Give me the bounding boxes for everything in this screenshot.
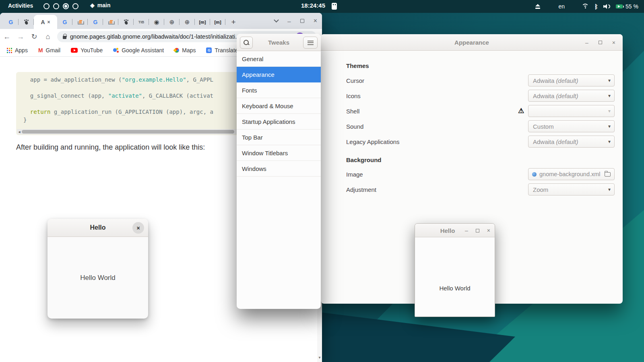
sidebar-item-keyboard-mouse[interactable]: Keyboard & Mouse	[237, 98, 321, 114]
tab-matrix[interactable]: [m]	[210, 15, 225, 29]
minimize-button[interactable]: –	[585, 39, 588, 46]
tab-google[interactable]: G	[3, 15, 19, 29]
google-favicon: G	[93, 19, 98, 25]
minimize-button[interactable]: –	[287, 18, 291, 25]
tab-shutter[interactable]: ◉	[149, 15, 164, 29]
image-label: Image	[346, 171, 363, 178]
code-text: g_signal_connect (app,	[23, 93, 108, 99]
new-tab-button[interactable]: +	[228, 15, 239, 29]
chevron-down-icon: ▾	[608, 187, 611, 192]
tab-globe[interactable]: ⊕	[180, 15, 195, 29]
matrix-favicon: [m]	[214, 20, 221, 25]
focused-app-indicator[interactable]: ◈ main	[90, 2, 110, 8]
close-button[interactable]: ×	[314, 17, 317, 25]
dropdown-value: Zoom	[533, 186, 608, 193]
gnome-foot-favicon	[124, 20, 128, 25]
shell-label: Shell	[346, 108, 359, 115]
maximize-button[interactable]	[300, 19, 304, 23]
clock[interactable]: 18:24:45	[301, 2, 325, 9]
icon-theme-dropdown[interactable]: Adwaita(default) ▾	[528, 90, 615, 102]
close-button[interactable]: ×	[612, 39, 615, 46]
tab-globe[interactable]: ⊕	[164, 15, 180, 29]
background-image-file-button[interactable]: gnome-background.xml	[528, 168, 615, 180]
sidebar-item-label: Fonts	[242, 87, 257, 94]
activities-button[interactable]: Activities	[8, 2, 33, 9]
sidebar-item-startup-applications[interactable]: Startup Applications	[237, 114, 321, 130]
bookmark-youtube[interactable]: YouTube	[71, 47, 103, 53]
tab-gnome[interactable]	[19, 15, 34, 29]
sidebar-item-top-bar[interactable]: Top Bar	[237, 130, 321, 145]
gnome-top-bar: Activities ◈ main 18:24:45 en ᛒ 55 %	[0, 0, 644, 13]
bookmark-maps[interactable]: Maps	[174, 47, 196, 53]
screenshot-body: Hello World	[47, 237, 148, 318]
code-text: app = adw_application_new (	[23, 76, 122, 83]
bookmark-gmail[interactable]: MGmail	[38, 47, 60, 53]
bookmark-translate[interactable]: GTranslate	[206, 47, 238, 53]
sidebar-item-label: Appearance	[242, 71, 275, 78]
chevron-down-icon: ▾	[608, 93, 611, 99]
legacy-applications-dropdown[interactable]: Adwaita(default) ▾	[528, 136, 615, 148]
chevron-down-icon: ▾	[608, 108, 611, 114]
scrollbar-left-arrow-icon[interactable]: ◂	[17, 130, 22, 134]
cursor-theme-dropdown[interactable]: Adwaita(default) ▾	[528, 74, 615, 86]
code-text	[23, 109, 30, 115]
https-lock-icon[interactable]	[63, 36, 66, 39]
bookmark-apps[interactable]: Apps	[6, 47, 28, 53]
workspace-dot-4[interactable]	[72, 3, 78, 9]
bookmark-label: Translate	[215, 47, 238, 53]
sidebar-item-window-titlebars[interactable]: Window Titlebars	[237, 145, 321, 161]
stackoverflow-favicon	[108, 19, 113, 25]
sound-theme-dropdown[interactable]: Custom ▾	[528, 120, 615, 132]
reload-button[interactable]: ↻	[27, 32, 41, 41]
sidebar-item-appearance-selected[interactable]: Appearance	[237, 67, 321, 82]
sidebar-item-windows[interactable]: Windows	[237, 161, 321, 177]
minimize-button[interactable]: –	[465, 227, 468, 234]
tab-google[interactable]: G	[88, 15, 103, 29]
code-text: , G_CALLBACK (activat	[142, 93, 213, 99]
tab-stackoverflow[interactable]	[103, 15, 118, 29]
sidebar-item-label: Keyboard & Mouse	[242, 103, 293, 109]
themes-section-heading: Themes	[346, 62, 369, 69]
browser-tabs: G A × G G TIB ◉ ⊕ ⊕ [m] [m] +	[3, 15, 239, 29]
workspace-dot-3-active[interactable]	[63, 3, 69, 9]
scrollbar-thumb[interactable]	[22, 130, 234, 134]
menu-button[interactable]	[303, 37, 318, 49]
search-button[interactable]	[240, 37, 253, 49]
tab-close-icon[interactable]: ×	[47, 19, 50, 25]
tab-gnome[interactable]	[118, 15, 134, 29]
url-text: gnome.pages.gitlab.gnome.org/libadwaita/…	[70, 33, 240, 40]
system-status-area[interactable]: en ᛒ 55 %	[535, 0, 638, 13]
home-button[interactable]: ⌂	[41, 33, 55, 41]
workspace-dot-1[interactable]	[43, 3, 50, 9]
icons-label: Icons	[346, 93, 361, 99]
tab-tib[interactable]: TIB	[134, 15, 149, 29]
translate-icon: G	[206, 47, 212, 53]
tab-search-chevron-icon[interactable]	[274, 17, 279, 23]
battery-icon	[616, 4, 623, 8]
sidebar-item-fonts[interactable]: Fonts	[237, 82, 321, 98]
adjustment-dropdown[interactable]: Zoom ▾	[528, 183, 615, 195]
sidebar-item-general[interactable]: General	[237, 51, 321, 67]
tab-libadwaita-active[interactable]: A ×	[34, 15, 57, 29]
hello-window-body: Hello World	[415, 237, 495, 317]
bookmark-google-assistant[interactable]: Google Assistant	[113, 47, 164, 53]
shell-theme-dropdown-disabled: ▾	[528, 105, 615, 117]
desktop: Activities ◈ main 18:24:45 en ᛒ 55 % G	[0, 0, 644, 362]
boxes-app-icon: ◈	[90, 2, 95, 8]
close-button[interactable]: ×	[487, 227, 490, 234]
maximize-button[interactable]	[476, 229, 479, 232]
adjustment-label: Adjustment	[346, 186, 376, 193]
back-button[interactable]: ←	[0, 33, 14, 41]
code-text: g_application_run (G_APPLICATION (app), …	[50, 109, 213, 115]
scrollbar-down-arrow-icon[interactable]: ▾	[317, 355, 322, 360]
tab-google[interactable]: G	[57, 15, 72, 29]
tweaks-sidebar: General Appearance Fonts Keyboard & Mous…	[237, 51, 321, 177]
tab-matrix[interactable]: [m]	[195, 15, 210, 29]
workspace-dot-2[interactable]	[53, 3, 59, 9]
tab-stackoverflow[interactable]	[72, 15, 88, 29]
removable-media-icon	[332, 3, 337, 10]
maximize-button[interactable]	[599, 41, 602, 44]
sidebar-item-label: Window Titlebars	[242, 150, 288, 156]
paragraph: After building and running, the applicat…	[16, 143, 205, 152]
forward-button[interactable]: →	[14, 33, 27, 41]
